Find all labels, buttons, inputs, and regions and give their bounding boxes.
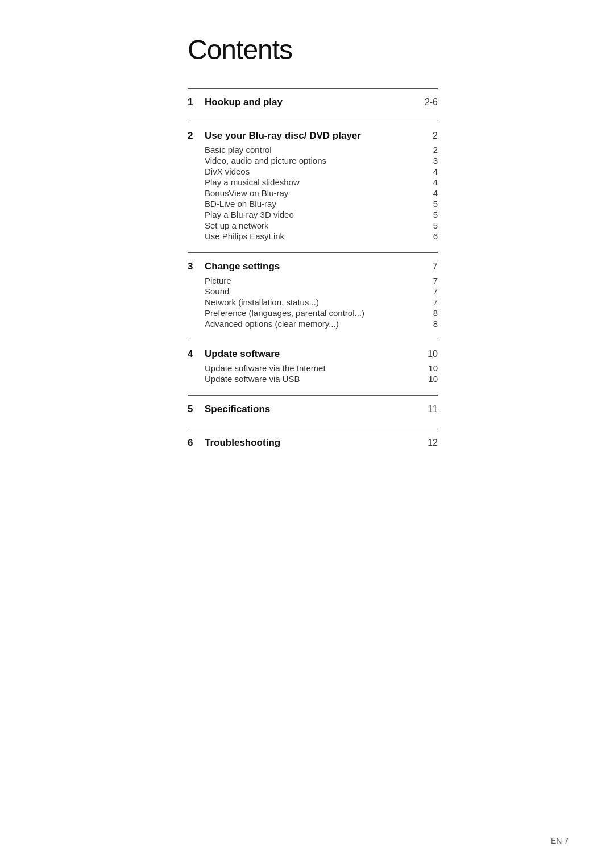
toc-item-label: Update software via the Internet bbox=[205, 363, 326, 373]
toc-item: BonusView on Blu-ray4 bbox=[205, 188, 438, 198]
toc-section-6: 6Troubleshooting12 bbox=[188, 429, 438, 462]
toc-item-page: 5 bbox=[421, 199, 438, 209]
section-header-5: 5Specifications11 bbox=[188, 404, 438, 415]
toc-item-label: Play a musical slideshow bbox=[205, 177, 300, 187]
toc-item-page: 5 bbox=[421, 221, 438, 230]
toc-item-label: Use Philips EasyLink bbox=[205, 231, 284, 241]
toc-item-label: Picture bbox=[205, 276, 231, 285]
toc-item-page: 7 bbox=[421, 297, 438, 307]
toc-section-4: 4Update software10Update software via th… bbox=[188, 340, 438, 395]
toc-item: Advanced options (clear memory...)8 bbox=[205, 319, 438, 329]
toc-section-2: 2Use your Blu-ray disc/ DVD player2Basic… bbox=[188, 122, 438, 252]
toc-item-label: Play a Blu-ray 3D video bbox=[205, 210, 294, 219]
section-title-3: Change settings bbox=[205, 261, 280, 272]
toc-item-page: 4 bbox=[421, 177, 438, 187]
section-number-3: 3 bbox=[188, 261, 198, 272]
section-title-6: Troubleshooting bbox=[205, 437, 280, 448]
toc-item-label: Preference (languages, parental control.… bbox=[205, 308, 364, 318]
toc-item-label: DivX videos bbox=[205, 167, 250, 176]
toc-item: Update software via the Internet10 bbox=[205, 363, 438, 373]
toc-item-page: 2 bbox=[421, 145, 438, 155]
toc-item-page: 7 bbox=[421, 286, 438, 296]
section-number-4: 4 bbox=[188, 348, 198, 360]
toc-item: BD-Live on Blu-ray5 bbox=[205, 199, 438, 209]
section-page-3: 7 bbox=[421, 261, 438, 272]
toc-item: Play a musical slideshow4 bbox=[205, 177, 438, 187]
toc-item: Sound7 bbox=[205, 286, 438, 296]
section-page-2: 2 bbox=[421, 131, 438, 141]
section-number-5: 5 bbox=[188, 404, 198, 415]
section-number-1: 1 bbox=[188, 97, 198, 108]
toc-item: Use Philips EasyLink6 bbox=[205, 231, 438, 241]
toc-item-label: Advanced options (clear memory...) bbox=[205, 319, 339, 329]
section-page-6: 12 bbox=[421, 438, 438, 448]
page-container: Contents 1Hookup and play2-62Use your Bl… bbox=[154, 0, 460, 508]
footer: EN 7 bbox=[551, 836, 569, 845]
toc-item-page: 7 bbox=[421, 276, 438, 285]
toc-item-label: Update software via USB bbox=[205, 374, 300, 384]
toc-item-page: 3 bbox=[421, 156, 438, 165]
section-page-1: 2-6 bbox=[421, 97, 438, 107]
toc-item-label: Basic play control bbox=[205, 145, 272, 155]
section-header-3: 3Change settings7 bbox=[188, 261, 438, 272]
section-header-6: 6Troubleshooting12 bbox=[188, 437, 438, 448]
toc-item: Update software via USB10 bbox=[205, 374, 438, 384]
toc-item-label: BD-Live on Blu-ray bbox=[205, 199, 276, 209]
toc-item-label: Sound bbox=[205, 286, 229, 296]
toc-item: Preference (languages, parental control.… bbox=[205, 308, 438, 318]
toc-item: Network (installation, status...)7 bbox=[205, 297, 438, 307]
toc-item-page: 4 bbox=[421, 167, 438, 176]
section-page-5: 11 bbox=[421, 404, 438, 414]
toc-item-label: Network (installation, status...) bbox=[205, 297, 319, 307]
toc-item: Picture7 bbox=[205, 276, 438, 285]
toc-item-label: Set up a network bbox=[205, 221, 269, 230]
section-number-6: 6 bbox=[188, 437, 198, 448]
toc-section-1: 1Hookup and play2-6 bbox=[188, 88, 438, 122]
toc-item-label: BonusView on Blu-ray bbox=[205, 188, 288, 198]
toc-section-3: 3Change settings7Picture7Sound7Network (… bbox=[188, 252, 438, 340]
section-header-2: 2Use your Blu-ray disc/ DVD player2 bbox=[188, 130, 438, 142]
toc-item-page: 10 bbox=[421, 374, 438, 384]
toc-item-label: Video, audio and picture options bbox=[205, 156, 326, 165]
toc-item: Set up a network5 bbox=[205, 221, 438, 230]
toc-item: DivX videos4 bbox=[205, 167, 438, 176]
section-header-1: 1Hookup and play2-6 bbox=[188, 97, 438, 108]
section-title-2: Use your Blu-ray disc/ DVD player bbox=[205, 130, 361, 142]
toc-item-page: 8 bbox=[421, 308, 438, 318]
toc-item-page: 4 bbox=[421, 188, 438, 198]
section-header-4: 4Update software10 bbox=[188, 348, 438, 360]
toc-item-page: 10 bbox=[421, 363, 438, 373]
section-number-2: 2 bbox=[188, 130, 198, 142]
toc-item: Video, audio and picture options3 bbox=[205, 156, 438, 165]
section-title-5: Specifications bbox=[205, 404, 270, 415]
toc-item-page: 5 bbox=[421, 210, 438, 219]
toc-item: Basic play control2 bbox=[205, 145, 438, 155]
section-items-4: Update software via the Internet10Update… bbox=[188, 363, 438, 384]
section-title-1: Hookup and play bbox=[205, 97, 283, 108]
toc-item-page: 6 bbox=[421, 231, 438, 241]
toc-item-page: 8 bbox=[421, 319, 438, 329]
toc-item: Play a Blu-ray 3D video5 bbox=[205, 210, 438, 219]
section-page-4: 10 bbox=[421, 349, 438, 359]
section-title-4: Update software bbox=[205, 348, 280, 360]
toc-section-5: 5Specifications11 bbox=[188, 395, 438, 429]
page-title: Contents bbox=[188, 34, 438, 65]
toc-sections: 1Hookup and play2-62Use your Blu-ray dis… bbox=[188, 88, 438, 462]
section-items-2: Basic play control2Video, audio and pict… bbox=[188, 145, 438, 241]
section-items-3: Picture7Sound7Network (installation, sta… bbox=[188, 276, 438, 329]
